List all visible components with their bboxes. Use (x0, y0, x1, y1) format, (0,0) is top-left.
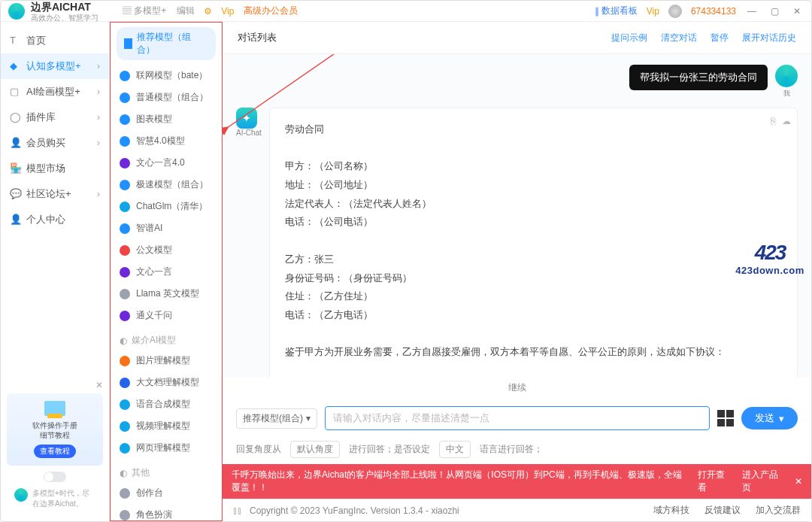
maximize-button[interactable]: ▢ (768, 6, 781, 17)
model-select[interactable]: 推荐模型(组合) ▾ (236, 408, 317, 429)
media-icon: ◐ (120, 335, 127, 346)
minimize-button[interactable]: — (745, 6, 759, 17)
sidebar-item-plugins[interactable]: ◯插件库› (1, 105, 109, 130)
chevron-right-icon: › (97, 138, 100, 148)
avatar[interactable] (668, 5, 682, 18)
diamond-icon: ◆ (10, 60, 22, 71)
expand-history-link[interactable]: 展开对话历史 (742, 32, 796, 44)
ask-example-link[interactable]: 提问示例 (611, 32, 647, 44)
model-item[interactable]: 智慧4.0模型 (111, 130, 222, 152)
banner-close-icon[interactable]: ✕ (795, 476, 802, 487)
conversation-area: 对话列表 提问示例 清空对话 暂停 展开对话历史 帮我拟一份张三的劳动合同 我 (223, 22, 811, 521)
model-item[interactable]: 联网模型（bate） (111, 65, 222, 86)
edit-menu[interactable]: 编辑 (177, 5, 195, 17)
model-label: ChatGlm（清华） (136, 200, 208, 213)
model-label: 普通模型（组合） (136, 91, 208, 104)
model-item[interactable]: 视频理解模型 (111, 415, 222, 437)
model-item[interactable]: 极速模型（组合） (111, 174, 222, 196)
footer-link-group[interactable]: 加入交流群 (756, 504, 801, 517)
sidebar-item-home[interactable]: T首页 (1, 28, 109, 53)
theme-toggle[interactable] (44, 472, 66, 482)
plugin-icon: ◯ (10, 111, 22, 123)
brand-icon (8, 3, 25, 20)
chevron-down-icon: ▾ (306, 413, 311, 423)
promo-view-button[interactable]: 查看教程 (34, 445, 76, 458)
doc-icon (44, 401, 65, 416)
send-button[interactable]: 发送▾ (741, 407, 798, 429)
model-featured[interactable]: ★推荐模型（组合） (117, 27, 216, 60)
model-item[interactable]: Llama 英文模型 (111, 283, 222, 305)
sidebar-item-community[interactable]: 💬社区论坛+› (1, 181, 109, 207)
model-item[interactable]: 角色扮演 (111, 504, 222, 521)
ai-message: ✦ AI-Chat ⎘☁ 劳动合同 甲方：（公司名称） 地址：（公司地址） 法定… (236, 108, 798, 377)
model-label: 智谱AI (136, 222, 162, 235)
continue-button[interactable]: 继续 (223, 377, 811, 399)
model-dot-icon (120, 114, 130, 125)
model-label: 创作台 (136, 487, 163, 499)
lang-select[interactable]: 中文 (439, 441, 471, 458)
model-label: 文心一言4.0 (136, 156, 185, 169)
slogan: 多模型+时代，尽在边界Aichat。 (7, 488, 103, 515)
model-item[interactable]: 普通模型（组合） (111, 86, 222, 108)
model-label: 极速模型（组合） (136, 178, 208, 191)
model-item[interactable]: 语音合成模型 (111, 393, 222, 415)
clear-chat-link[interactable]: 清空对话 (661, 32, 697, 44)
sidebar-item-membership[interactable]: 👤会员购买› (1, 130, 109, 156)
user-avatar (775, 65, 798, 87)
model-item[interactable]: 网页理解模型 (111, 437, 222, 459)
conversation-title: 对话列表 (238, 31, 277, 44)
ai-bubble: ⎘☁ 劳动合同 甲方：（公司名称） 地址：（公司地址） 法定代表人：（法定代表人… (269, 108, 798, 377)
data-board-link[interactable]: ∥数据看板 (595, 5, 638, 17)
model-item[interactable]: 文心一言 (111, 261, 222, 283)
sidebar-item-multimodel[interactable]: ◆认知多模型+› (1, 53, 109, 79)
model-item[interactable]: 大文档理解模型 (111, 372, 222, 393)
chat-input[interactable]: 请输入对话内容，尽量描述清楚一点 (325, 406, 710, 430)
model-item[interactable]: 公文模型 (111, 239, 222, 261)
model-item[interactable]: 图表模型 (111, 108, 222, 130)
sidebar-item-profile[interactable]: 👤个人中心 (1, 207, 109, 232)
footer: ⫿⫿ Copyright © 2023 YuFangInc. Version 1… (223, 499, 811, 521)
footer-link-company[interactable]: 域方科技 (653, 504, 689, 517)
vip-icon: Vip (647, 6, 659, 17)
cloud-icon[interactable]: ☁ (782, 113, 791, 130)
model-item[interactable]: 图片理解模型 (111, 350, 222, 372)
title-bar: 边界AICHAT 高效办公、智慧学习 ▤ 多模型+ 编辑 ⚙ Vip 高级办公会… (1, 1, 811, 22)
model-label: 文心一言 (136, 266, 172, 278)
model-item[interactable]: 创作台 (111, 482, 222, 504)
chevron-down-icon: ▾ (779, 413, 784, 424)
footer-link-feedback[interactable]: 反馈建议 (704, 504, 741, 517)
multimodel-menu[interactable]: ▤ 多模型+ (123, 5, 166, 17)
model-dot-icon (120, 378, 130, 388)
qr-icon[interactable] (717, 410, 734, 426)
model-label: 语音合成模型 (136, 398, 190, 411)
model-panel: ★推荐模型（组合） 联网模型（bate）普通模型（组合）图表模型智慧4.0模型文… (110, 22, 223, 521)
banner-open-link[interactable]: 打开查看 (698, 469, 732, 494)
sidebar-item-market[interactable]: 🏪模型市场 (1, 156, 109, 181)
banner-product-link[interactable]: 进入产品页 (742, 469, 784, 494)
model-item[interactable]: 智谱AI (111, 217, 222, 239)
settings-icon[interactable]: ⚙ (204, 6, 212, 17)
star-icon: ★ (124, 38, 132, 49)
premium-member-link[interactable]: 高级办公会员 (244, 5, 298, 17)
model-item[interactable]: ChatGlm（清华） (111, 196, 222, 217)
announcement-banner: 千呼万唤始出来，边界Aichat的客户端均全部上线啦！从网页端（IOS可用）到P… (223, 464, 811, 499)
model-label: 角色扮演 (136, 508, 172, 521)
model-dot-icon (120, 136, 130, 147)
model-dot-icon (120, 180, 130, 190)
brand-name: 边界AICHAT (31, 1, 98, 14)
model-label: Llama 英文模型 (136, 287, 199, 300)
angle-select[interactable]: 默认角度 (290, 441, 340, 458)
model-label: 智慧4.0模型 (136, 135, 185, 147)
promo-close-icon[interactable]: ✕ (7, 380, 103, 390)
model-item[interactable]: 通义千问 (111, 305, 222, 326)
model-dot-icon (120, 289, 130, 299)
copy-icon[interactable]: ⎘ (771, 113, 776, 130)
model-item[interactable]: 文心一言4.0 (111, 152, 222, 174)
home-icon: T (10, 35, 22, 46)
ai-avatar: ✦ (236, 108, 257, 129)
user-bubble: 帮我拟一份张三的劳动合同 (629, 65, 768, 90)
pause-link[interactable]: 暂停 (710, 32, 729, 44)
sidebar-item-draw[interactable]: ▢AI绘画模型+› (1, 79, 109, 105)
chevron-right-icon: › (97, 86, 100, 97)
close-button[interactable]: ✕ (790, 6, 804, 17)
